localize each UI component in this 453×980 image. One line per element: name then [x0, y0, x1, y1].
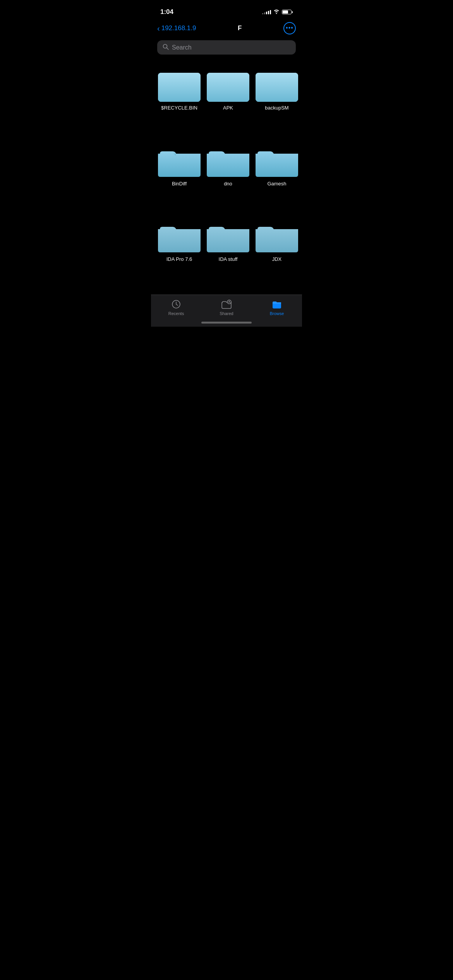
tab-browse[interactable]: Browse — [263, 299, 290, 316]
tab-shared[interactable]: Shared — [213, 299, 240, 316]
browse-icon — [271, 299, 282, 310]
folder-item[interactable]: JDX — [252, 214, 301, 290]
signal-icon — [262, 10, 271, 14]
recents-icon — [171, 299, 182, 310]
folder-item[interactable]: IDA Pro 7.6 — [155, 214, 204, 290]
folders-grid: $RECYCLE.BIN APK backu — [151, 58, 302, 293]
search-bar[interactable]: Search — [157, 40, 296, 55]
wifi-icon — [273, 9, 280, 15]
svg-rect-7 — [256, 73, 298, 102]
folder-item[interactable]: BinDiff — [155, 138, 204, 214]
folder-name: $RECYCLE.BIN — [161, 105, 197, 111]
search-icon — [163, 44, 169, 51]
battery-icon — [282, 10, 293, 14]
nav-bar: ‹ 192.168.1.9 F ••• — [151, 19, 302, 38]
folder-item[interactable]: APK — [204, 62, 252, 138]
tab-shared-label: Shared — [220, 311, 233, 316]
back-label: 192.168.1.9 — [161, 24, 196, 32]
folder-name: BinDiff — [172, 181, 187, 187]
status-time: 1:04 — [160, 8, 173, 16]
folder-name: JDX — [272, 256, 282, 263]
status-bar: 1:04 — [151, 0, 302, 19]
more-dots-icon: ••• — [286, 25, 293, 31]
svg-rect-3 — [158, 73, 201, 102]
svg-line-1 — [167, 48, 169, 50]
folder-item[interactable]: backupSM — [252, 62, 301, 138]
tab-browse-label: Browse — [270, 311, 284, 316]
more-button[interactable]: ••• — [283, 22, 296, 34]
folder-name: APK — [223, 105, 233, 111]
back-chevron-icon: ‹ — [157, 24, 160, 32]
folder-name: IDA Pro 7.6 — [166, 256, 192, 263]
search-placeholder: Search — [172, 44, 192, 51]
svg-point-11 — [229, 301, 230, 302]
shared-icon — [221, 299, 232, 310]
folder-name: Gamesh — [267, 181, 286, 187]
folder-name: backupSM — [265, 105, 288, 111]
folder-name: dno — [224, 181, 232, 187]
folder-name: IDA stuff — [219, 256, 238, 263]
svg-rect-5 — [207, 73, 249, 102]
home-indicator — [201, 322, 252, 324]
tab-recents[interactable]: Recents — [163, 299, 190, 316]
folder-item[interactable]: $RECYCLE.BIN — [155, 62, 204, 138]
page-title: F — [238, 24, 242, 32]
search-container: Search — [151, 38, 302, 58]
status-icons — [262, 9, 293, 15]
tab-recents-label: Recents — [168, 311, 184, 316]
back-button[interactable]: ‹ 192.168.1.9 — [157, 24, 196, 32]
folder-item[interactable]: Gamesh — [252, 138, 301, 214]
folder-item[interactable]: IDA stuff — [204, 214, 252, 290]
folder-item[interactable]: dno — [204, 138, 252, 214]
